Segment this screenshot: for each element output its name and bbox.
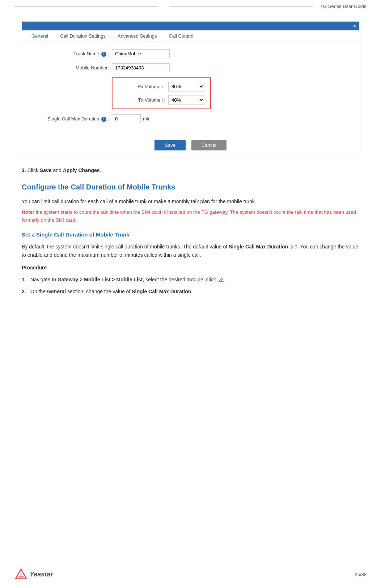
rx-volume-row: Rx Volume i : 80% 60% 40% 20% 100% xyxy=(118,82,204,91)
note-text: Note: the system starts to count the tal… xyxy=(22,208,359,224)
header-line-1 xyxy=(14,6,158,7)
dialog-titlebar: × xyxy=(22,22,359,30)
dialog-actions: Save Cancel xyxy=(22,136,359,158)
subsection1-heading: Set a Single Call Duration of Mobile Tru… xyxy=(22,231,359,238)
note-label: Note: xyxy=(22,209,34,215)
edit-icon xyxy=(218,277,224,283)
section1-body: You can limit call duration for each cal… xyxy=(22,197,359,205)
step3-number: 3. xyxy=(22,167,26,173)
tab-call-control[interactable]: Call Control xyxy=(163,30,199,42)
rx-volume-select[interactable]: 80% 60% 40% 20% 100% xyxy=(168,82,204,91)
single-call-unit: min xyxy=(143,116,151,122)
step2-bold1: General xyxy=(47,289,66,294)
tx-volume-label: Tx Volume i : xyxy=(118,97,165,103)
close-icon[interactable]: × xyxy=(353,23,356,29)
trunk-name-info-icon[interactable]: i xyxy=(101,52,106,57)
note-body: the system starts to count the talk time… xyxy=(22,209,356,223)
rx-volume-info-icon[interactable]: i xyxy=(162,84,163,89)
main-content: × General Call Duration Settings Advance… xyxy=(0,10,381,314)
step3-text: 3. Click Save and Apply Changes. xyxy=(22,167,359,174)
header-title: TG Series User Guide xyxy=(313,4,367,9)
save-button[interactable]: Save xyxy=(154,140,186,150)
footer-logo: Yeastar xyxy=(14,568,53,581)
procedure-label: Procedure xyxy=(22,265,359,270)
tab-advanced-settings[interactable]: Advanced Settings xyxy=(112,30,163,42)
mobile-number-row: Mobile Number: xyxy=(37,63,344,72)
tab-general[interactable]: General xyxy=(26,30,54,42)
trunk-name-input[interactable] xyxy=(112,49,170,58)
tx-volume-select[interactable]: 40% 60% 80% 20% 100% xyxy=(168,95,204,105)
trunk-name-label: Trunk Name i : xyxy=(37,51,109,57)
trunk-name-row: Trunk Name i : xyxy=(37,49,344,58)
procedure-step-2: 2. On the General section, change the va… xyxy=(22,287,359,295)
svg-rect-0 xyxy=(219,281,224,282)
settings-dialog: × General Call Duration Settings Advance… xyxy=(22,21,359,158)
single-call-info-icon[interactable]: i xyxy=(101,117,106,122)
section1-heading: Configure the Call Duration of Mobile Tr… xyxy=(22,182,359,192)
single-call-row: Single Call Max Duration i : min xyxy=(37,114,344,123)
tx-volume-row: Tx Volume i : 40% 60% 80% 20% 100% xyxy=(118,95,204,105)
dialog-body: Trunk Name i : Mobile Number: xyxy=(22,42,359,136)
tx-volume-info-icon[interactable]: i xyxy=(162,97,163,103)
mobile-number-label: Mobile Number: xyxy=(37,65,109,71)
page-footer: Yeastar 25/88 xyxy=(0,564,381,581)
subsection1-para: By default, the system doesn't limit sin… xyxy=(22,243,359,260)
step1-bold1: Gateway > Mobile List > Mobile List xyxy=(58,277,143,282)
yeastar-logo-icon xyxy=(14,568,27,581)
tab-call-duration[interactable]: Call Duration Settings xyxy=(54,30,112,42)
cancel-button[interactable]: Cancel xyxy=(191,140,226,150)
dialog-tabs: General Call Duration Settings Advanced … xyxy=(22,30,359,42)
footer-brand: Yeastar xyxy=(30,571,53,578)
single-call-bold: Single Call Max Duration xyxy=(229,244,288,250)
svg-line-2 xyxy=(222,278,223,279)
footer-page: 25/88 xyxy=(355,572,367,577)
step3-apply-bold: Apply Changes xyxy=(63,167,100,173)
volume-box: Rx Volume i : 80% 60% 40% 20% 100% xyxy=(112,77,211,109)
step2-bold2: Single Call Max Duration xyxy=(132,289,191,294)
mobile-number-input[interactable] xyxy=(112,63,170,72)
single-call-label: Single Call Max Duration i : xyxy=(37,116,109,122)
step3-save-bold: Save xyxy=(40,167,52,173)
single-call-input[interactable] xyxy=(112,114,141,123)
volume-row: Rx Volume i : 80% 60% 40% 20% 100% xyxy=(37,77,344,109)
header-line-2 xyxy=(169,6,313,7)
procedure-step-1: 1. Navigate to Gateway > Mobile List > M… xyxy=(22,276,359,284)
rx-volume-label: Rx Volume i : xyxy=(118,84,165,89)
page-header: TG Series User Guide xyxy=(0,0,381,10)
